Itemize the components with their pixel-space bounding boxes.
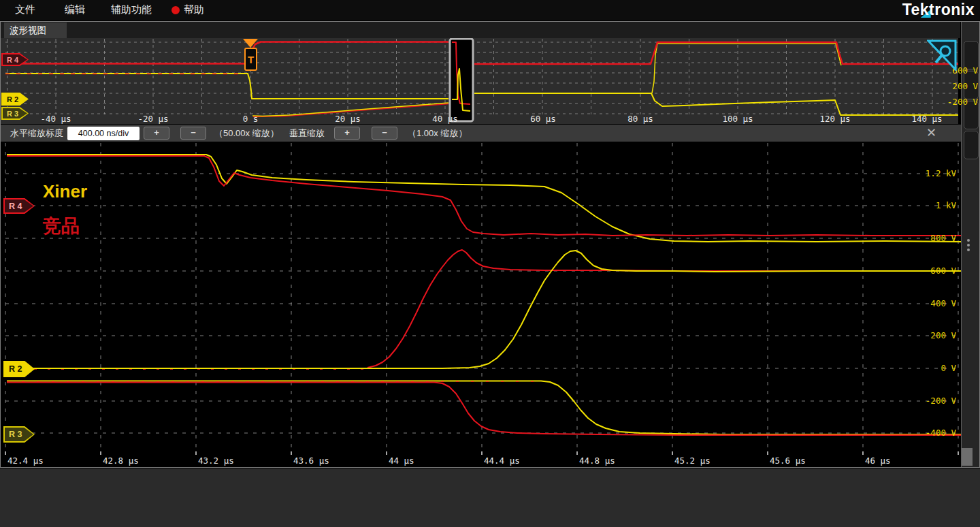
- zoom-overview-icon[interactable]: [927, 39, 957, 71]
- main-badge-r2[interactable]: R 2: [3, 361, 35, 377]
- overview-badge-r4[interactable]: R 4: [1, 53, 29, 66]
- svg-text:45.2 μs: 45.2 μs: [674, 456, 710, 466]
- h-zoom-scale-input[interactable]: [67, 127, 140, 140]
- svg-text:44.4 μs: 44.4 μs: [484, 456, 520, 466]
- overview-badge-r2[interactable]: R 2: [1, 93, 29, 106]
- svg-text:140 μs: 140 μs: [911, 114, 942, 124]
- annotation-competitor: 竞品: [43, 214, 80, 238]
- main-waveform-plot[interactable]: 42.4 μs42.8 μs43.2 μs43.6 μs44 μs44.4 μs…: [0, 142, 961, 467]
- menu-utility[interactable]: 辅助功能: [111, 3, 152, 16]
- main-badge-r4[interactable]: R 4: [3, 198, 35, 214]
- side-slot-button-4[interactable]: [964, 131, 979, 159]
- svg-text:60 μs: 60 μs: [530, 114, 556, 124]
- svg-text:-200 V: -200 V: [926, 396, 957, 406]
- panel-drag-handle[interactable]: [967, 249, 970, 251]
- svg-text:-200 V: -200 V: [947, 97, 979, 107]
- svg-text:40 μs: 40 μs: [432, 114, 458, 124]
- svg-text:600 V: 600 V: [930, 266, 956, 276]
- annotation-xiner: Xiner: [43, 181, 87, 202]
- h-zoom-scale-label: 水平缩放标度: [10, 127, 63, 140]
- h-zoom-out-button[interactable]: −: [180, 127, 206, 140]
- view-tab-row: [1, 22, 960, 38]
- svg-text:120 μs: 120 μs: [819, 114, 850, 124]
- svg-text:-400 V: -400 V: [926, 428, 957, 438]
- svg-text:-40 μs: -40 μs: [40, 114, 71, 124]
- zoom-toolbar: 水平缩放标度 + − （50.00x 缩放） 垂直缩放 + − （1.00x 缩…: [1, 125, 961, 142]
- main-badge-r3[interactable]: R 3: [3, 426, 35, 443]
- menu-edit[interactable]: 编辑: [65, 3, 85, 16]
- svg-text:200 V: 200 V: [952, 81, 978, 91]
- svg-text:-20 μs: -20 μs: [137, 114, 168, 124]
- svg-text:43.2 μs: 43.2 μs: [198, 456, 234, 466]
- panel-drag-handle[interactable]: [967, 239, 970, 242]
- panel-drag-handle[interactable]: [967, 244, 970, 246]
- svg-text:44.8 μs: 44.8 μs: [579, 456, 615, 466]
- trigger-marker-badge[interactable]: T: [244, 48, 257, 71]
- svg-text:46 μs: 46 μs: [865, 456, 891, 466]
- svg-text:80 μs: 80 μs: [627, 114, 653, 124]
- svg-text:0 V: 0 V: [941, 363, 956, 373]
- svg-text:200 V: 200 V: [930, 330, 956, 340]
- trigger-marker-arrow-icon[interactable]: [243, 39, 258, 48]
- svg-text:1 kV: 1 kV: [936, 200, 957, 210]
- h-zoom-in-button[interactable]: +: [144, 127, 169, 140]
- svg-text:44 μs: 44 μs: [389, 456, 414, 466]
- svg-text:42.4 μs: 42.4 μs: [7, 456, 44, 466]
- svg-text:100 μs: 100 μs: [722, 114, 753, 124]
- tektronix-logo: Tektronix: [902, 1, 975, 19]
- menu-bar: 文件 编辑 辅助功能 帮助 Tektronix: [0, 0, 980, 20]
- svg-text:0 s: 0 s: [243, 114, 259, 124]
- svg-text:43.6 μs: 43.6 μs: [293, 456, 329, 466]
- oscilloscope-app: 文件 编辑 辅助功能 帮助 Tektronix 波形视图 -40 μs-20 μ…: [0, 0, 980, 527]
- horizontal-scrollbar-thumb[interactable]: [962, 448, 973, 466]
- v-zoom-in-button[interactable]: +: [334, 127, 360, 140]
- v-zoom-out-button[interactable]: −: [372, 127, 397, 140]
- svg-text:800 V: 800 V: [930, 233, 956, 243]
- v-zoom-label: 垂直缩放: [289, 127, 325, 140]
- overview-badge-r3[interactable]: R 3: [1, 107, 29, 120]
- bottom-control-bar: Ref 1 10 V/div1.25 GS/s150-3.3r-5… Ref 2…: [0, 468, 980, 527]
- tab-waveform-view[interactable]: 波形视图: [4, 22, 67, 38]
- close-zoom-icon[interactable]: ✕: [926, 125, 936, 140]
- h-zoom-factor: （50.00x 缩放）: [214, 127, 279, 140]
- svg-text:42.8 μs: 42.8 μs: [103, 456, 139, 466]
- svg-text:1.2 kV: 1.2 kV: [926, 168, 957, 178]
- svg-text:45.6 μs: 45.6 μs: [770, 456, 806, 466]
- svg-text:20 μs: 20 μs: [335, 114, 361, 124]
- svg-text:400 V: 400 V: [930, 298, 956, 308]
- v-zoom-factor: （1.00x 缩放）: [408, 127, 467, 140]
- help-record-dot-icon: [172, 6, 180, 14]
- overview-waveform-plot[interactable]: -40 μs-20 μs0 s20 μs40 μs60 μs80 μs100 μ…: [0, 38, 980, 125]
- menu-help[interactable]: 帮助: [184, 3, 204, 16]
- menu-file[interactable]: 文件: [15, 3, 35, 16]
